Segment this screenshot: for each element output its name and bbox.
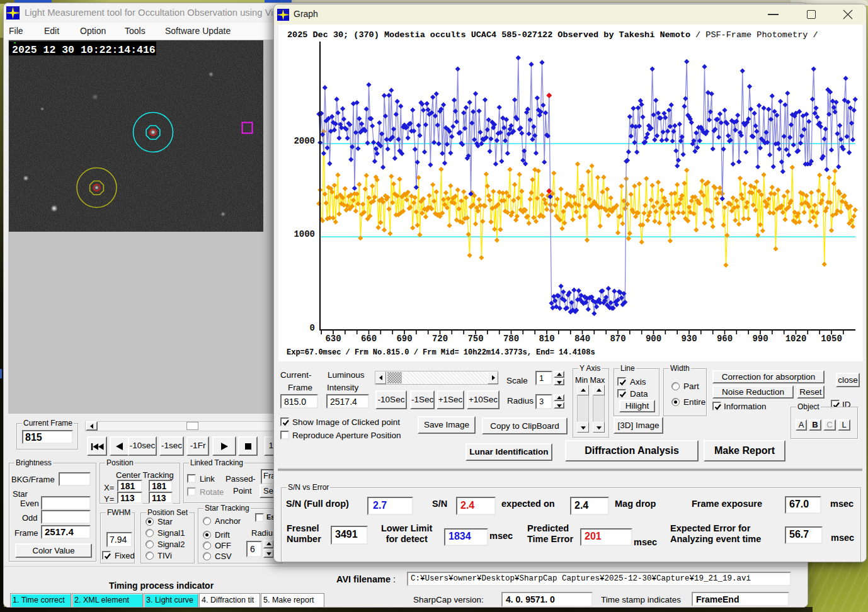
svg-text:900: 900	[646, 334, 661, 344]
svg-text:990: 990	[752, 334, 768, 344]
svg-text:690: 690	[396, 334, 412, 344]
svg-text:720: 720	[432, 334, 448, 344]
svg-text:960: 960	[717, 334, 733, 344]
svg-text:870: 870	[610, 334, 625, 344]
svg-text:0: 0	[310, 323, 315, 333]
svg-text:780: 780	[503, 334, 519, 344]
svg-text:930: 930	[681, 334, 697, 344]
svg-text:840: 840	[574, 334, 590, 344]
svg-text:1000: 1000	[294, 229, 315, 239]
svg-text:1050: 1050	[821, 334, 842, 344]
svg-text:2000: 2000	[294, 136, 315, 146]
svg-text:2025 12 30 10:22:14:416: 2025 12 30 10:22:14:416	[12, 44, 156, 56]
svg-text:660: 660	[361, 334, 377, 344]
svg-text:750: 750	[467, 334, 483, 344]
svg-text:630: 630	[325, 334, 341, 344]
svg-text:810: 810	[539, 334, 554, 344]
svg-text:1020: 1020	[785, 334, 807, 344]
